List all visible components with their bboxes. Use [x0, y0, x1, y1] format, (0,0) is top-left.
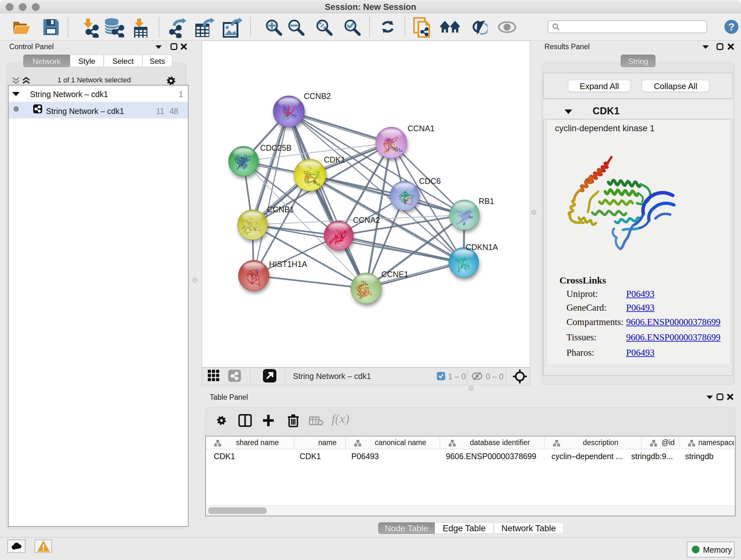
svg-text:CCNE1: CCNE1 — [381, 270, 408, 279]
svg-text:CDKN1A: CDKN1A — [466, 243, 498, 252]
svg-text:CDK1: CDK1 — [324, 155, 345, 164]
svg-text:RB1: RB1 — [479, 197, 494, 206]
svg-text:HIST1H1A: HIST1H1A — [269, 260, 307, 268]
svg-text:CCNB2: CCNB2 — [304, 91, 331, 101]
svg-text:CCNA1: CCNA1 — [408, 124, 434, 133]
svg-text:CCNA2: CCNA2 — [353, 215, 380, 225]
svg-text:CCNB1: CCNB1 — [267, 205, 294, 214]
svg-text:CDC6: CDC6 — [419, 177, 441, 186]
svg-text:CDC25B: CDC25B — [260, 143, 292, 152]
